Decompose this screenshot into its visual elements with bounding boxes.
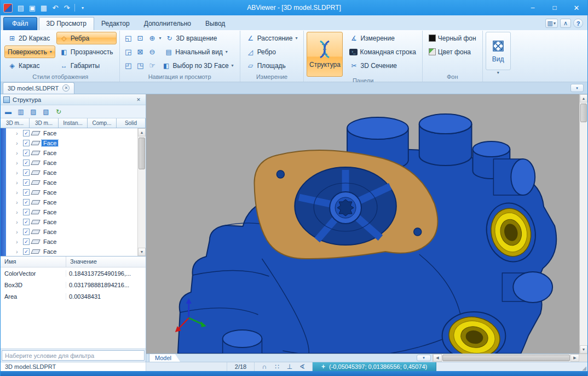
model-layout-tab[interactable]: Model — [149, 354, 180, 362]
tree-row[interactable]: ›✓Face — [7, 187, 137, 197]
scroll-up-icon[interactable]: ▲ — [580, 94, 587, 102]
checkbox-checked-icon[interactable]: ✓ — [23, 140, 30, 146]
zoom-window-icon[interactable]: ⊡ — [135, 32, 146, 44]
expand-icon[interactable]: › — [16, 219, 21, 225]
minimize-button[interactable]: – — [522, 1, 544, 15]
previous-view-icon[interactable]: ◰ — [123, 60, 134, 71]
tab-file[interactable]: Файл — [3, 17, 37, 30]
checkbox-checked-icon[interactable]: ✓ — [23, 219, 30, 225]
edges-button[interactable]: ◇Ребра — [56, 32, 117, 44]
expand-icon[interactable]: › — [16, 150, 21, 156]
checkbox-checked-icon[interactable]: ✓ — [23, 229, 30, 235]
surface-button[interactable]: Поверхность▾ — [4, 45, 55, 58]
initial-view-button[interactable]: ▤Начальный вид▾ — [161, 45, 231, 58]
resize-grip[interactable]: ◢ — [579, 362, 587, 371]
checkbox-checked-icon[interactable]: ✓ — [23, 169, 30, 176]
property-row[interactable]: ColorVector 0.184313725490196,... — [1, 267, 146, 279]
tree-row[interactable]: ›✓Face — [7, 217, 137, 227]
expand-icon[interactable]: › — [16, 160, 21, 166]
zoom-extents-icon[interactable]: ◲ — [123, 46, 134, 58]
zoom-in-icon[interactable]: ⊕ — [147, 32, 158, 44]
ortho-icon[interactable]: ⊥ — [286, 363, 293, 371]
angle-snap-icon[interactable]: ∢ — [298, 363, 306, 371]
tree-row[interactable]: ›✓Face — [7, 227, 137, 237]
expand-icon[interactable]: › — [16, 249, 21, 255]
checkbox-checked-icon[interactable]: ✓ — [23, 150, 30, 156]
redo-icon[interactable]: ↷ — [61, 2, 72, 13]
tree-row[interactable]: ›✓Face — [7, 247, 137, 256]
scroll-right-icon[interactable]: ▶ — [570, 354, 579, 362]
new-document-icon[interactable]: ▤ — [15, 2, 26, 13]
section-3d-button[interactable]: ✂3D Сечение — [346, 59, 400, 72]
tab-advanced[interactable]: Дополнительно — [137, 18, 198, 30]
checkbox-checked-icon[interactable]: ✓ — [23, 159, 30, 166]
wireframe-2d-button[interactable]: ⊞2D Каркас — [4, 32, 55, 44]
window-menu-button[interactable]: ▥▾ — [545, 19, 558, 28]
black-background-button[interactable]: Черный фон — [425, 32, 480, 44]
structure-tab-4[interactable]: Solid — [117, 118, 146, 128]
pan-icon[interactable]: ◱ — [123, 32, 134, 44]
zoom-dropdown-icon[interactable]: ▾ — [159, 36, 162, 41]
columns-icon[interactable]: ▥ — [15, 106, 26, 117]
expand-icon[interactable]: › — [16, 209, 21, 215]
expand-icon[interactable]: › — [16, 229, 21, 235]
scrollbar-thumb[interactable] — [580, 104, 587, 122]
distance-button[interactable]: ∠Расстояние▾ — [243, 32, 301, 44]
structure-tab-1[interactable]: 3D m... — [30, 118, 59, 128]
expand-icon[interactable]: › — [16, 180, 21, 186]
app-icon[interactable] — [3, 3, 13, 13]
collapse-ribbon-button[interactable]: ∧ — [560, 19, 571, 28]
undo-icon[interactable]: ↶ — [50, 2, 61, 13]
scroll-down-icon[interactable]: ▼ — [138, 248, 146, 256]
checkbox-checked-icon[interactable]: ✓ — [23, 189, 30, 196]
background-color-button[interactable]: Цвет фона — [425, 45, 474, 58]
structure-tab-2[interactable]: Instan... — [59, 118, 88, 128]
property-row[interactable]: Area 0.00348431 — [1, 290, 146, 302]
viewport-horizontal-scrollbar[interactable]: ◀ ▶ — [433, 354, 579, 362]
select-by-face-button[interactable]: ◧Выбор по 3D Face▾ — [159, 59, 237, 72]
tab-output[interactable]: Вывод — [198, 18, 232, 30]
scroll-up-icon[interactable]: ▲ — [138, 128, 146, 136]
viewport-vertical-scrollbar[interactable]: ▲ ▼ — [579, 94, 587, 354]
expand-icon[interactable]: › — [16, 170, 21, 176]
collapse-tree-icon[interactable]: ▬ — [3, 106, 14, 117]
command-line-button[interactable]: ›_Командная строка — [346, 45, 419, 58]
help-button[interactable]: ? — [573, 19, 583, 28]
extents-button[interactable]: ↔Габариты — [56, 59, 117, 72]
checkbox-checked-icon[interactable]: ✓ — [23, 130, 30, 136]
structure-panel-button[interactable]: Структура — [307, 32, 343, 77]
view-group-dropdown-icon[interactable]: ▾ — [497, 70, 499, 77]
transparency-button[interactable]: ◧Прозрачность — [56, 45, 117, 58]
structure-tab-0[interactable]: 3D m... — [1, 118, 30, 128]
edge-button[interactable]: ◿Ребро — [243, 45, 279, 58]
tree-row[interactable]: ›✓Face — [7, 158, 137, 168]
checkbox-checked-icon[interactable]: ✓ — [23, 179, 30, 186]
expand-icon[interactable]: › — [16, 190, 21, 196]
checkbox-checked-icon[interactable]: ✓ — [23, 199, 30, 206]
layout-list-dropdown-icon[interactable]: ▾ — [417, 355, 431, 361]
structure-tab-3[interactable]: Comp... — [88, 118, 117, 128]
scroll-left-icon[interactable]: ◀ — [433, 354, 442, 362]
tree-row[interactable]: ›✓Face — [7, 128, 137, 138]
tab-editor[interactable]: Редактор — [94, 18, 137, 30]
model-3d-canvas[interactable] — [146, 94, 579, 354]
tree-row[interactable]: ›✓Face — [7, 178, 137, 187]
checkbox-checked-icon[interactable]: ✓ — [23, 209, 30, 215]
expand-icon[interactable]: › — [16, 130, 21, 136]
tab-3d-view[interactable]: 3D Просмотр — [39, 17, 94, 31]
tree-row[interactable]: ›✓Face — [7, 168, 137, 178]
open-icon[interactable]: ▣ — [27, 2, 38, 13]
document-tab[interactable]: 3D model.SLDPRT ✕ — [3, 82, 74, 94]
maximize-button[interactable]: □ — [544, 1, 566, 15]
expand-icon[interactable]: › — [16, 200, 21, 206]
document-bar-dropdown-button[interactable]: ▾ — [570, 84, 584, 92]
tree-scrollbar[interactable]: ▲ ▼ — [137, 128, 146, 256]
qat-dropdown-icon[interactable]: ▾ — [77, 2, 88, 13]
tree-row[interactable]: ›✓Face — [7, 237, 137, 247]
zoom-out-icon[interactable]: ⊖ — [147, 46, 158, 58]
edit-node-icon[interactable]: ▨ — [28, 106, 39, 117]
tree-row[interactable]: ›✓Face — [7, 197, 137, 207]
rotate-3d-button[interactable]: ↻3D вращение — [162, 32, 221, 44]
scroll-down-icon[interactable]: ▼ — [580, 345, 587, 354]
measure-panel-button[interactable]: ∡Измерение — [346, 32, 397, 44]
